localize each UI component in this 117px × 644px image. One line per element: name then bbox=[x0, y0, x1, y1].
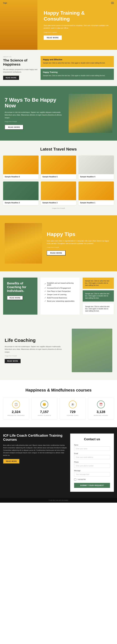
phone-label: Phone bbox=[74, 461, 110, 463]
contact-form: Contact us Name Email Phone Message I ac… bbox=[70, 434, 114, 492]
coaching-content: Life Coaching Accumsan in nisl nisi scel… bbox=[5, 338, 67, 363]
tips-content: Happy Tips Duis aute irure dolor in repr… bbox=[47, 231, 112, 256]
ways-content: 7 Ways To Be Happy Now Accumsan in nisl … bbox=[5, 97, 64, 130]
news-card[interactable]: Sample Headline 1 bbox=[78, 182, 114, 205]
stat-card: 😊 7,157 HAPPY CLIENTS bbox=[31, 397, 57, 420]
stat-icon-coffee: ☕ bbox=[69, 400, 77, 408]
menu-button[interactable] bbox=[111, 2, 114, 4]
email-field-group: Email bbox=[74, 453, 110, 460]
ways-title: 7 Ways To Be Happy Now bbox=[5, 97, 64, 109]
hero-person-photo bbox=[0, 0, 37, 50]
news-image-credit: Images from Freepik bbox=[3, 208, 114, 209]
ways-image bbox=[69, 94, 112, 133]
message-input[interactable] bbox=[74, 472, 110, 476]
news-card-image bbox=[78, 182, 114, 200]
stat-icon-clients: 😊 bbox=[40, 400, 48, 408]
bottom-left: ICF Life Coach Certification Training Co… bbox=[3, 434, 67, 464]
about-box-1-text: Sample text. Click to select the text bo… bbox=[43, 62, 111, 64]
email-label: Email bbox=[74, 453, 110, 454]
benefits-box-2-text: Sample text. Click to select the text bo… bbox=[85, 293, 109, 299]
name-field-group: Name bbox=[74, 444, 110, 451]
about-cta-button[interactable]: READ MORE bbox=[3, 76, 19, 80]
benefits-box-2: Sample text. Click to select the text bo… bbox=[83, 290, 114, 302]
stat-number: 7,157 bbox=[35, 410, 54, 414]
message-label: Message bbox=[74, 470, 110, 472]
stat-icon-hours: ⏰ bbox=[97, 400, 105, 408]
stats-grid: 📋 2,324 PROJECTS FINISHED 😊 7,157 HAPPY … bbox=[3, 397, 114, 420]
news-card[interactable]: Sample Headline 2 bbox=[41, 182, 76, 205]
about-description: We are always prepared to create happy a… bbox=[3, 68, 37, 73]
coaching-person-photo bbox=[72, 328, 112, 372]
about-box-2-title: Happy Training bbox=[43, 71, 111, 73]
news-grid: Sample Headline 6 Sample Headline 5 Samp… bbox=[3, 156, 114, 205]
news-card[interactable]: Sample Headline 3 bbox=[3, 182, 39, 205]
stat-number: 3,128 bbox=[91, 410, 110, 414]
news-card-image bbox=[78, 156, 114, 174]
benefits-right: Sample text. Click to select the text bo… bbox=[83, 278, 114, 314]
stat-label: WORKING HOURS bbox=[91, 415, 110, 416]
stat-number: 729 bbox=[63, 410, 82, 414]
hero-title: Happy Training & Consulting bbox=[44, 10, 111, 22]
checkbox-row: I accept the bbox=[74, 478, 110, 480]
about-left: ABOUT US The Science of Happiness We are… bbox=[3, 56, 37, 80]
courses-title: Happiness & Mindfulness courses bbox=[3, 388, 114, 392]
stat-card: ☕ 729 COFFEE CUPS bbox=[60, 397, 86, 420]
hero-cta-button[interactable]: READ MORE bbox=[44, 36, 62, 40]
tips-cta-button[interactable]: READ MORE bbox=[47, 250, 66, 256]
message-field-group: Message bbox=[74, 470, 110, 476]
list-item: Boost your networking opportunities bbox=[44, 300, 76, 303]
ways-image-credit: Image from Freepik bbox=[5, 121, 64, 122]
email-input[interactable] bbox=[74, 455, 110, 460]
footer: © site title | site with this builder bbox=[0, 498, 117, 503]
news-section: Latest Travel News Sample Headline 6 Sam… bbox=[0, 140, 117, 215]
coaching-image-credit: Image from Freepik bbox=[5, 355, 67, 357]
news-card-image bbox=[41, 182, 76, 200]
news-card-label: Sample Headline 1 bbox=[78, 200, 114, 205]
stat-label: HAPPY CLIENTS bbox=[35, 415, 54, 416]
list-item: One Place to Gain Perspective bbox=[44, 290, 76, 293]
benefits-items: Establish and act toward achieving goals… bbox=[44, 282, 76, 303]
hero-description: Duis ante lorem ipsum et reprehenderit i… bbox=[44, 24, 111, 29]
news-card-image bbox=[3, 156, 39, 174]
accept-checkbox[interactable] bbox=[74, 478, 76, 480]
benefits-section: Benefits of Coaching for Individuals. RE… bbox=[0, 271, 117, 321]
name-input[interactable] bbox=[74, 446, 110, 451]
bottom-title: ICF Life Coach Certification Training Co… bbox=[3, 434, 67, 442]
courses-section: Happiness & Mindfulness courses 📋 2,324 … bbox=[0, 380, 117, 427]
stat-label: PROJECTS FINISHED bbox=[7, 415, 26, 416]
news-card[interactable]: Sample Headline 5 bbox=[41, 156, 76, 179]
stat-icon-projects: 📋 bbox=[12, 400, 20, 408]
benefits-left: Benefits of Coaching for Individuals. RE… bbox=[3, 278, 37, 314]
phone-input[interactable] bbox=[74, 464, 110, 468]
list-item: Deeper Level of Learning bbox=[44, 293, 76, 296]
coaching-image bbox=[72, 328, 112, 372]
about-label: ABOUT US bbox=[3, 56, 37, 58]
news-card[interactable]: Sample Headline 4 bbox=[78, 156, 114, 179]
news-card-label: Sample Headline 2 bbox=[41, 200, 76, 205]
benefits-cta-button[interactable]: READ MORE bbox=[7, 296, 23, 300]
stat-label: COFFEE CUPS bbox=[63, 415, 82, 416]
coaching-cta-button[interactable]: READ MORE bbox=[5, 359, 21, 363]
coaching-title: Life Coaching bbox=[5, 338, 67, 343]
hero-section: Happy Training & Consulting Duis ante lo… bbox=[0, 0, 117, 50]
tips-title: Happy Tips bbox=[47, 231, 112, 237]
tips-image bbox=[5, 223, 42, 264]
stat-card: 📋 2,324 PROJECTS FINISHED bbox=[3, 397, 29, 420]
submit-button[interactable]: SUBMIT YOUR REQUEST bbox=[74, 483, 110, 488]
coaching-description: Accumsan in nisl nisi scelerisque. Sapie… bbox=[5, 345, 67, 354]
news-card-label: Sample Headline 4 bbox=[78, 174, 114, 179]
list-item: Establish and act toward achieving goals bbox=[44, 282, 76, 286]
bottom-section: ICF Life Coach Certification Training Co… bbox=[0, 427, 117, 498]
news-card[interactable]: Sample Headline 6 bbox=[3, 156, 39, 179]
news-card-label: Sample Headline 6 bbox=[3, 174, 39, 179]
about-box-2-text: Sample text. Click to select the text bo… bbox=[43, 74, 111, 77]
bottom-cta-button[interactable]: READ MORE bbox=[3, 459, 20, 464]
hero-image bbox=[0, 0, 37, 50]
list-item: Build Personal Awareness bbox=[44, 296, 76, 300]
benefits-title: Benefits of Coaching for Individuals. bbox=[7, 282, 34, 293]
tips-image-credit: Image from Freepik bbox=[47, 246, 112, 248]
tips-section: Happy Tips Duis aute irure dolor in repr… bbox=[0, 215, 117, 271]
ways-description: Accumsan in nisl nisi scelerisque. Sapie… bbox=[5, 111, 64, 119]
logo: logo bbox=[3, 2, 7, 4]
ways-cta-button[interactable]: READ MORE bbox=[5, 125, 23, 130]
